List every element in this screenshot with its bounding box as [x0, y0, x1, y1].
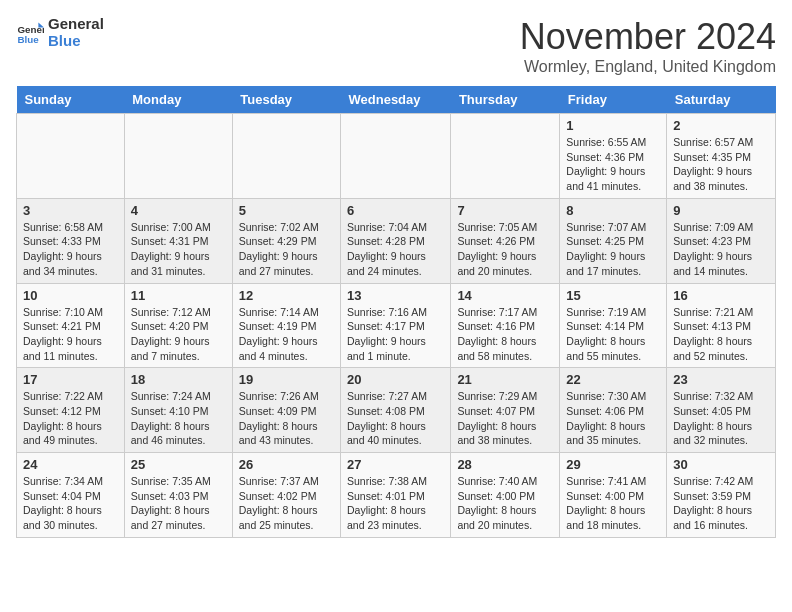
day-info: Sunrise: 7:16 AM Sunset: 4:17 PM Dayligh… [347, 305, 444, 364]
day-cell-22: 22Sunrise: 7:30 AM Sunset: 4:06 PM Dayli… [560, 368, 667, 453]
day-info: Sunrise: 7:34 AM Sunset: 4:04 PM Dayligh… [23, 474, 118, 533]
day-cell-9: 9Sunrise: 7:09 AM Sunset: 4:23 PM Daylig… [667, 198, 776, 283]
day-number: 16 [673, 288, 769, 303]
day-info: Sunrise: 7:02 AM Sunset: 4:29 PM Dayligh… [239, 220, 334, 279]
day-cell-12: 12Sunrise: 7:14 AM Sunset: 4:19 PM Dayli… [232, 283, 340, 368]
week-row-4: 17Sunrise: 7:22 AM Sunset: 4:12 PM Dayli… [17, 368, 776, 453]
day-info: Sunrise: 7:27 AM Sunset: 4:08 PM Dayligh… [347, 389, 444, 448]
day-cell-13: 13Sunrise: 7:16 AM Sunset: 4:17 PM Dayli… [341, 283, 451, 368]
day-cell-2: 2Sunrise: 6:57 AM Sunset: 4:35 PM Daylig… [667, 114, 776, 199]
day-cell-18: 18Sunrise: 7:24 AM Sunset: 4:10 PM Dayli… [124, 368, 232, 453]
logo-general: General [48, 16, 104, 33]
day-cell-29: 29Sunrise: 7:41 AM Sunset: 4:00 PM Dayli… [560, 453, 667, 538]
week-row-1: 1Sunrise: 6:55 AM Sunset: 4:36 PM Daylig… [17, 114, 776, 199]
day-number: 9 [673, 203, 769, 218]
month-title: November 2024 [520, 16, 776, 58]
empty-cell [341, 114, 451, 199]
day-number: 14 [457, 288, 553, 303]
day-info: Sunrise: 7:07 AM Sunset: 4:25 PM Dayligh… [566, 220, 660, 279]
day-cell-21: 21Sunrise: 7:29 AM Sunset: 4:07 PM Dayli… [451, 368, 560, 453]
day-info: Sunrise: 7:17 AM Sunset: 4:16 PM Dayligh… [457, 305, 553, 364]
day-cell-3: 3Sunrise: 6:58 AM Sunset: 4:33 PM Daylig… [17, 198, 125, 283]
week-row-2: 3Sunrise: 6:58 AM Sunset: 4:33 PM Daylig… [17, 198, 776, 283]
empty-cell [232, 114, 340, 199]
day-info: Sunrise: 7:05 AM Sunset: 4:26 PM Dayligh… [457, 220, 553, 279]
day-info: Sunrise: 7:35 AM Sunset: 4:03 PM Dayligh… [131, 474, 226, 533]
day-cell-25: 25Sunrise: 7:35 AM Sunset: 4:03 PM Dayli… [124, 453, 232, 538]
day-cell-1: 1Sunrise: 6:55 AM Sunset: 4:36 PM Daylig… [560, 114, 667, 199]
location: Wormley, England, United Kingdom [520, 58, 776, 76]
day-number: 19 [239, 372, 334, 387]
day-number: 8 [566, 203, 660, 218]
day-cell-5: 5Sunrise: 7:02 AM Sunset: 4:29 PM Daylig… [232, 198, 340, 283]
day-number: 29 [566, 457, 660, 472]
day-cell-10: 10Sunrise: 7:10 AM Sunset: 4:21 PM Dayli… [17, 283, 125, 368]
day-number: 24 [23, 457, 118, 472]
empty-cell [124, 114, 232, 199]
weekday-header-friday: Friday [560, 86, 667, 114]
day-cell-14: 14Sunrise: 7:17 AM Sunset: 4:16 PM Dayli… [451, 283, 560, 368]
day-number: 28 [457, 457, 553, 472]
day-cell-16: 16Sunrise: 7:21 AM Sunset: 4:13 PM Dayli… [667, 283, 776, 368]
day-number: 2 [673, 118, 769, 133]
day-number: 18 [131, 372, 226, 387]
day-cell-23: 23Sunrise: 7:32 AM Sunset: 4:05 PM Dayli… [667, 368, 776, 453]
empty-cell [451, 114, 560, 199]
empty-cell [17, 114, 125, 199]
day-number: 22 [566, 372, 660, 387]
day-number: 25 [131, 457, 226, 472]
day-number: 11 [131, 288, 226, 303]
day-number: 17 [23, 372, 118, 387]
day-cell-20: 20Sunrise: 7:27 AM Sunset: 4:08 PM Dayli… [341, 368, 451, 453]
day-number: 26 [239, 457, 334, 472]
day-info: Sunrise: 7:04 AM Sunset: 4:28 PM Dayligh… [347, 220, 444, 279]
day-cell-11: 11Sunrise: 7:12 AM Sunset: 4:20 PM Dayli… [124, 283, 232, 368]
day-cell-6: 6Sunrise: 7:04 AM Sunset: 4:28 PM Daylig… [341, 198, 451, 283]
day-info: Sunrise: 6:57 AM Sunset: 4:35 PM Dayligh… [673, 135, 769, 194]
day-number: 12 [239, 288, 334, 303]
day-number: 7 [457, 203, 553, 218]
header: General Blue General Blue November 2024 … [16, 16, 776, 76]
day-info: Sunrise: 7:24 AM Sunset: 4:10 PM Dayligh… [131, 389, 226, 448]
week-row-3: 10Sunrise: 7:10 AM Sunset: 4:21 PM Dayli… [17, 283, 776, 368]
day-number: 4 [131, 203, 226, 218]
weekday-header-wednesday: Wednesday [341, 86, 451, 114]
day-info: Sunrise: 7:19 AM Sunset: 4:14 PM Dayligh… [566, 305, 660, 364]
day-info: Sunrise: 7:21 AM Sunset: 4:13 PM Dayligh… [673, 305, 769, 364]
day-number: 30 [673, 457, 769, 472]
day-info: Sunrise: 7:40 AM Sunset: 4:00 PM Dayligh… [457, 474, 553, 533]
weekday-header-tuesday: Tuesday [232, 86, 340, 114]
logo-icon: General Blue [16, 19, 44, 47]
day-info: Sunrise: 7:10 AM Sunset: 4:21 PM Dayligh… [23, 305, 118, 364]
day-number: 6 [347, 203, 444, 218]
logo: General Blue General Blue [16, 16, 104, 49]
day-number: 13 [347, 288, 444, 303]
svg-text:Blue: Blue [17, 33, 39, 44]
day-cell-8: 8Sunrise: 7:07 AM Sunset: 4:25 PM Daylig… [560, 198, 667, 283]
title-area: November 2024 Wormley, England, United K… [520, 16, 776, 76]
week-row-5: 24Sunrise: 7:34 AM Sunset: 4:04 PM Dayli… [17, 453, 776, 538]
day-info: Sunrise: 7:32 AM Sunset: 4:05 PM Dayligh… [673, 389, 769, 448]
day-cell-15: 15Sunrise: 7:19 AM Sunset: 4:14 PM Dayli… [560, 283, 667, 368]
day-cell-19: 19Sunrise: 7:26 AM Sunset: 4:09 PM Dayli… [232, 368, 340, 453]
day-number: 10 [23, 288, 118, 303]
day-info: Sunrise: 7:41 AM Sunset: 4:00 PM Dayligh… [566, 474, 660, 533]
calendar-table: SundayMondayTuesdayWednesdayThursdayFrid… [16, 86, 776, 538]
day-info: Sunrise: 6:55 AM Sunset: 4:36 PM Dayligh… [566, 135, 660, 194]
day-cell-24: 24Sunrise: 7:34 AM Sunset: 4:04 PM Dayli… [17, 453, 125, 538]
day-number: 3 [23, 203, 118, 218]
day-info: Sunrise: 7:00 AM Sunset: 4:31 PM Dayligh… [131, 220, 226, 279]
day-cell-27: 27Sunrise: 7:38 AM Sunset: 4:01 PM Dayli… [341, 453, 451, 538]
day-cell-30: 30Sunrise: 7:42 AM Sunset: 3:59 PM Dayli… [667, 453, 776, 538]
day-info: Sunrise: 7:38 AM Sunset: 4:01 PM Dayligh… [347, 474, 444, 533]
weekday-header-monday: Monday [124, 86, 232, 114]
day-cell-7: 7Sunrise: 7:05 AM Sunset: 4:26 PM Daylig… [451, 198, 560, 283]
day-info: Sunrise: 7:42 AM Sunset: 3:59 PM Dayligh… [673, 474, 769, 533]
weekday-header-sunday: Sunday [17, 86, 125, 114]
day-info: Sunrise: 7:14 AM Sunset: 4:19 PM Dayligh… [239, 305, 334, 364]
day-info: Sunrise: 7:30 AM Sunset: 4:06 PM Dayligh… [566, 389, 660, 448]
day-number: 1 [566, 118, 660, 133]
weekday-header-row: SundayMondayTuesdayWednesdayThursdayFrid… [17, 86, 776, 114]
day-cell-4: 4Sunrise: 7:00 AM Sunset: 4:31 PM Daylig… [124, 198, 232, 283]
day-number: 23 [673, 372, 769, 387]
